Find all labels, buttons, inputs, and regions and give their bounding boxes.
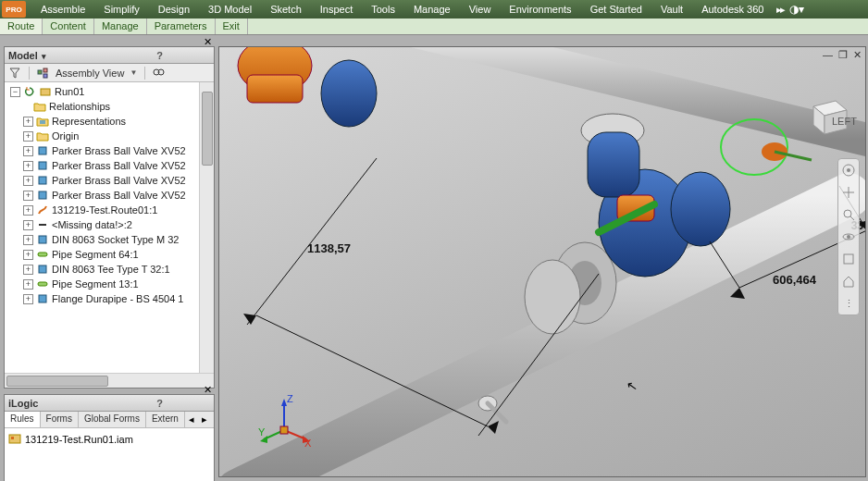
expand-icon[interactable]: +	[23, 191, 33, 201]
pro-badge: PRO	[2, 1, 26, 18]
tree-vscrollbar[interactable]	[199, 82, 214, 373]
tree-row[interactable]: +Origin	[5, 129, 214, 143]
expand-icon[interactable]: +	[23, 146, 33, 156]
expand-icon[interactable]: −	[10, 87, 20, 97]
panel-help-icon[interactable]: ?	[109, 50, 210, 61]
nav-zoom-icon[interactable]	[841, 207, 856, 222]
find-icon[interactable]	[153, 67, 166, 80]
3d-viewport[interactable]: — ❐ ✕	[218, 46, 866, 477]
tree-label: Parker Brass Ball Valve XV52	[52, 190, 186, 201]
tree-row[interactable]: +Flange Durapipe - BS 4504 1	[5, 291, 214, 306]
folder-icon	[36, 130, 49, 142]
svg-rect-18	[11, 437, 14, 439]
axis-y-label: Y	[258, 426, 266, 438]
expand-icon[interactable]: +	[23, 250, 33, 260]
ribbon-tabbar: Route Content Manage Parameters Exit	[0, 18, 868, 35]
tab-route[interactable]: Route	[0, 18, 43, 34]
tree-row[interactable]: +131219-Test.Route01:1	[5, 203, 214, 217]
menu-simplify[interactable]: Simplify	[94, 4, 149, 15]
filter-icon[interactable]	[8, 67, 21, 80]
expand-icon[interactable]: +	[23, 205, 33, 216]
expand-icon[interactable]: +	[23, 220, 33, 230]
ilogic-item[interactable]: 131219-Test.Run01.iam	[8, 432, 210, 447]
ilogic-tab-global-forms[interactable]: Global Forms	[79, 412, 146, 427]
tree-row[interactable]: +DIN 8063 Tee Type T 32:1	[5, 262, 214, 277]
menu-get-started[interactable]: Get Started	[581, 4, 651, 15]
help-icon[interactable]: ◑▾	[789, 3, 804, 16]
menu-design[interactable]: Design	[149, 4, 199, 15]
assembly-view-label[interactable]: Assembly View	[56, 68, 124, 79]
tree-row-run[interactable]: −Run01	[5, 84, 214, 99]
menu-assemble[interactable]: Assemble	[31, 4, 94, 15]
expand-icon[interactable]: +	[23, 265, 33, 275]
expand-icon[interactable]: +	[23, 117, 33, 127]
tabs-scroll-right-icon[interactable]: ▸	[198, 412, 211, 427]
tree-label: Parker Brass Ball Valve XV52	[52, 160, 186, 171]
assembly-view-icon[interactable]	[37, 67, 50, 80]
tree-row[interactable]: +Parker Brass Ball Valve XV52	[5, 158, 214, 173]
svg-point-49	[847, 235, 850, 239]
model-panel-titlebar[interactable]: Model ?	[5, 47, 214, 64]
expand-icon[interactable]: +	[23, 294, 33, 304]
menu-autodesk-360[interactable]: Autodesk 360	[692, 4, 773, 15]
tree-row[interactable]: +Pipe Segment 64:1	[5, 247, 214, 262]
tree-label: Parker Brass Ball Valve XV52	[52, 175, 186, 186]
refresh-icon	[23, 85, 36, 98]
tab-exit[interactable]: Exit	[216, 18, 248, 34]
ilogic-tab-forms[interactable]: Forms	[41, 412, 79, 427]
menu-overflow-icon[interactable]: ▸▸	[776, 4, 784, 16]
tree-row[interactable]: Relationships	[5, 99, 214, 114]
tab-manage[interactable]: Manage	[94, 18, 147, 34]
route-icon	[36, 204, 49, 216]
menu-3d-model[interactable]: 3D Model	[199, 4, 261, 15]
pipe-icon	[36, 248, 49, 261]
tab-content[interactable]: Content	[43, 18, 94, 34]
menu-environments[interactable]: Environments	[500, 4, 580, 15]
expand-icon[interactable]: +	[23, 235, 33, 245]
svg-rect-8	[39, 162, 46, 169]
nav-lookat-icon[interactable]	[841, 252, 856, 266]
nav-pan-icon[interactable]	[841, 185, 856, 200]
folder-rep-icon	[36, 115, 49, 128]
nav-home-icon[interactable]	[841, 274, 856, 289]
tree-hscrollbar[interactable]	[5, 373, 214, 388]
expand-icon[interactable]: +	[23, 131, 33, 142]
tree-row[interactable]: +DIN 8063 Socket Type M 32	[5, 232, 214, 247]
panel-close-icon[interactable]: ✕	[204, 384, 212, 396]
viewcube[interactable]: LEFT	[804, 93, 850, 140]
ilogic-titlebar[interactable]: iLogic ?	[5, 395, 214, 412]
panel-help-icon[interactable]: ?	[109, 398, 210, 409]
tree-row[interactable]: +Representations	[5, 114, 214, 129]
svg-rect-15	[38, 282, 47, 286]
model-tree[interactable]: −Run01 Relationships +Representations +O…	[5, 82, 214, 373]
tab-parameters[interactable]: Parameters	[147, 18, 216, 34]
expand-icon[interactable]: +	[23, 279, 33, 290]
panel-close-icon[interactable]: ✕	[204, 36, 212, 48]
nav-wheel-icon[interactable]	[841, 163, 856, 178]
ilogic-tab-rules[interactable]: Rules	[5, 412, 41, 427]
tree-row[interactable]: +Parker Brass Ball Valve XV52	[5, 143, 214, 158]
tabs-scroll-left-icon[interactable]: ◂	[185, 412, 198, 427]
expand-icon[interactable]: +	[23, 176, 33, 186]
menu-vault[interactable]: Vault	[651, 4, 692, 15]
missing-icon	[36, 218, 49, 231]
scene-svg	[219, 47, 866, 477]
menu-manage[interactable]: Manage	[404, 4, 460, 15]
ilogic-tab-external[interactable]: Extern	[146, 412, 185, 427]
nav-orbit-icon[interactable]	[841, 229, 856, 244]
expand-icon[interactable]: +	[23, 161, 33, 171]
menu-inspect[interactable]: Inspect	[311, 4, 362, 15]
tree-row[interactable]: +Pipe Segment 13:1	[5, 277, 214, 291]
menu-sketch[interactable]: Sketch	[261, 4, 311, 15]
svg-point-46	[844, 210, 851, 217]
tree-label: 131219-Test.Route01:1	[52, 204, 157, 216]
tree-row[interactable]: +Parker Brass Ball Valve XV52	[5, 173, 214, 188]
cursor-icon: ↖	[626, 377, 639, 394]
menu-view[interactable]: View	[460, 4, 501, 15]
tree-row[interactable]: +<Missing data!>:2	[5, 217, 214, 232]
dropdown-icon[interactable]: ▼	[130, 68, 137, 77]
menu-tools[interactable]: Tools	[362, 4, 404, 15]
tree-row[interactable]: +Parker Brass Ball Valve XV52	[5, 188, 214, 203]
svg-rect-13	[38, 253, 47, 256]
nav-more-icon[interactable]: ⋮	[841, 296, 856, 311]
